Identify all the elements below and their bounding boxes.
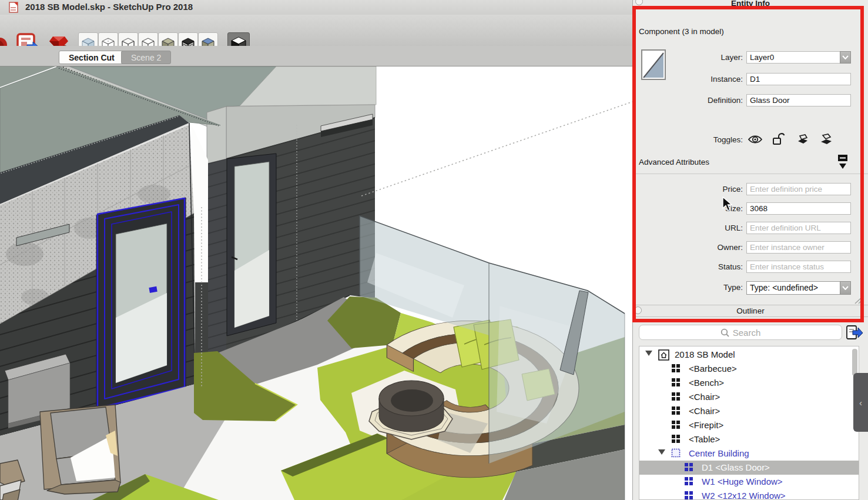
- tree-scrollbar-thumb[interactable]: [852, 349, 857, 376]
- resize-grip[interactable]: [854, 296, 863, 304]
- document-icon: [9, 2, 19, 13]
- tree-item-table[interactable]: <Table>: [639, 432, 859, 446]
- outliner-title: Outliner: [736, 306, 764, 315]
- open-group-icon: [671, 448, 681, 458]
- type-select[interactable]: Type: <undefined>: [746, 281, 851, 295]
- model-home-icon: [658, 349, 669, 361]
- price-field[interactable]: [746, 183, 851, 195]
- search-placeholder: Search: [733, 328, 761, 338]
- tray-collapse-tab[interactable]: ‹: [853, 373, 868, 432]
- type-label: Type:: [633, 283, 743, 292]
- expander-icon[interactable]: [658, 449, 665, 455]
- window-title: 2018 SB Model.skp - SketchUp Pro 2018: [25, 2, 193, 12]
- instance-label: Instance:: [633, 75, 743, 84]
- search-icon: [720, 328, 729, 337]
- status-field[interactable]: [746, 261, 851, 273]
- tree-item-firepit[interactable]: <Firepit>: [639, 418, 859, 432]
- url-label: URL:: [633, 224, 743, 232]
- divider: [633, 174, 868, 174]
- toggles-label: Toggles:: [633, 135, 743, 144]
- toolbar: [0, 15, 632, 46]
- chevron-down-icon: [842, 55, 849, 59]
- model-viewport[interactable]: [0, 66, 632, 500]
- component-icon-blue: [684, 491, 693, 500]
- owner-field[interactable]: [746, 241, 851, 254]
- outliner-tree: 2018 SB Model <Barbecue> <Bench> <Chair>…: [639, 346, 859, 500]
- component-summary: Component (3 in model): [639, 27, 724, 36]
- armchair[interactable]: [40, 405, 120, 494]
- visibility-eye-toggle[interactable]: [748, 133, 763, 146]
- tab-scene-2[interactable]: Scene 2: [121, 51, 171, 64]
- component-icon: [671, 434, 681, 444]
- center-building-door[interactable]: [227, 154, 276, 336]
- collapse-arrow-icon: ‹: [859, 398, 862, 408]
- tree-item-chair-1[interactable]: <Chair>: [639, 390, 859, 404]
- tree-item-center-building[interactable]: Center Building: [639, 446, 859, 461]
- instance-field[interactable]: [746, 73, 851, 85]
- component-icon-selected: [684, 462, 693, 472]
- unlock-toggle[interactable]: [772, 132, 787, 146]
- url-field[interactable]: [746, 222, 851, 234]
- definition-field[interactable]: [746, 94, 851, 106]
- tree-item-w1-huge-window[interactable]: W1 <Huge Window>: [639, 475, 859, 489]
- receive-shadows-toggle[interactable]: [795, 133, 810, 146]
- component-icon: [671, 364, 681, 373]
- tray-panel: Entity Info Component (3 in model) Layer…: [632, 0, 868, 500]
- selected-glass-door-d1[interactable]: [96, 198, 186, 409]
- component-icon-blue: [684, 476, 693, 486]
- component-icon: [671, 406, 681, 415]
- component-icon: [671, 420, 681, 429]
- tree-item-root[interactable]: 2018 SB Model: [639, 348, 859, 362]
- title-bar: 2018 SB Model.skp - SketchUp Pro 2018: [0, 0, 632, 15]
- layer-dropdown-button[interactable]: [840, 51, 851, 64]
- size-field[interactable]: [746, 202, 851, 215]
- tab-section-cut[interactable]: Section Cut: [59, 51, 125, 64]
- status-label: Status:: [633, 262, 743, 271]
- component-icon: [671, 378, 681, 387]
- tree-item-d1-glass-door[interactable]: D1 <Glass Door>: [639, 461, 859, 475]
- scene-tab-bar: Section Cut Scene 2: [0, 46, 632, 66]
- layer-label: Layer:: [633, 53, 743, 62]
- type-dropdown-button[interactable]: [840, 281, 851, 295]
- outliner-header[interactable]: Outliner: [633, 305, 868, 317]
- cast-shadows-toggle[interactable]: [819, 133, 834, 146]
- tree-item-w2-12x12-window[interactable]: W2 <12x12 Window>: [639, 489, 859, 500]
- expander-icon[interactable]: [645, 351, 652, 356]
- outliner-collapse-circle[interactable]: [634, 306, 642, 314]
- search-input[interactable]: Search: [639, 325, 842, 340]
- entity-info-title: Entity Info: [633, 0, 868, 8]
- advanced-attributes-label: Advanced Attributes: [639, 158, 709, 166]
- definition-label: Definition:: [633, 96, 743, 105]
- size-label: Size:: [633, 204, 743, 213]
- chevron-down-icon: [842, 286, 849, 290]
- component-icon: [671, 392, 681, 401]
- owner-label: Owner:: [633, 243, 743, 252]
- detach-panel-icon[interactable]: [837, 155, 848, 170]
- tree-item-barbecue[interactable]: <Barbecue>: [639, 362, 859, 376]
- tree-item-chair-2[interactable]: <Chair>: [639, 404, 859, 418]
- layer-select[interactable]: [746, 51, 851, 64]
- tree-item-bench[interactable]: <Bench>: [639, 376, 859, 390]
- price-label: Price:: [633, 185, 743, 194]
- filter-icon[interactable]: [844, 324, 863, 342]
